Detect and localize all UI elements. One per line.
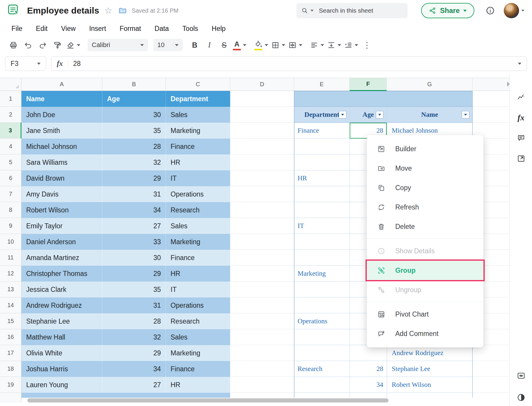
cell-C16[interactable]: Sales (166, 329, 230, 345)
menu-item-delete[interactable]: Delete (367, 217, 483, 236)
menu-item-copy[interactable]: Copy (367, 178, 483, 197)
cell-C8[interactable]: Research (166, 202, 230, 218)
menu-item-group[interactable]: Group (367, 261, 483, 280)
cell-C6[interactable]: IT (166, 170, 230, 186)
menu-help[interactable]: Help (205, 25, 232, 33)
share-button[interactable]: Share (421, 3, 474, 18)
merge-cells-button[interactable] (287, 38, 304, 52)
cell-B3[interactable]: 35 (102, 123, 166, 139)
cell-A6[interactable]: David Brown (21, 170, 102, 186)
column-header-B[interactable]: B (102, 78, 166, 91)
cell-B1[interactable]: Age (102, 91, 166, 107)
info-icon[interactable] (486, 6, 495, 15)
cell-B4[interactable]: 28 (102, 139, 166, 154)
select-all-corner[interactable] (0, 78, 21, 91)
row-header-3[interactable]: 3 (0, 123, 21, 139)
menu-item-move[interactable]: Move (367, 159, 483, 178)
column-header-A[interactable]: A (21, 78, 102, 91)
cell-B6[interactable]: 29 (102, 170, 166, 186)
formula-input-box[interactable]: fx 28 (51, 56, 527, 71)
search-input[interactable]: Search in this sheet (296, 3, 408, 18)
cell-A4[interactable]: Michael Johnson (21, 139, 102, 154)
cell-A5[interactable]: Sara Williams (21, 154, 102, 170)
bold-button[interactable]: B (187, 38, 202, 52)
fill-color-button[interactable] (253, 38, 270, 52)
cell-C3[interactable]: Marketing (166, 123, 230, 139)
cell-C19[interactable]: HR (166, 377, 230, 393)
formula-expand-caret-icon[interactable] (518, 63, 521, 65)
cell-E18[interactable]: Research (294, 361, 350, 377)
merge-cells-button-caret-icon[interactable] (299, 44, 302, 46)
font-size-select[interactable]: 10 (153, 39, 183, 51)
cell-C18[interactable]: Finance (166, 361, 230, 377)
cell-A18[interactable]: Joshua Harris (21, 361, 102, 377)
row-header-8[interactable]: 8 (0, 202, 21, 218)
cell-F19[interactable]: 34 (350, 377, 387, 393)
borders-button-caret-icon[interactable] (282, 44, 285, 46)
cell-A7[interactable]: Amy Davis (21, 186, 102, 202)
cell-E15[interactable]: Operations (294, 313, 350, 329)
cell-C9[interactable]: Sales (166, 218, 230, 234)
cell-E3[interactable]: Finance (294, 123, 350, 139)
open-panel-icon[interactable] (517, 154, 526, 163)
pivot-header-name[interactable]: Name (387, 107, 473, 123)
column-header-E[interactable]: E (294, 78, 350, 91)
vertical-align-button-caret-icon[interactable] (338, 44, 341, 46)
cell-C12[interactable]: HR (166, 266, 230, 282)
column-header-C[interactable]: C (166, 78, 230, 91)
clear-format-button-caret-icon[interactable] (77, 44, 80, 46)
scrollbar-thumb[interactable] (27, 398, 388, 402)
indent-button-caret-icon[interactable] (355, 44, 358, 46)
cell-B2[interactable]: 30 (102, 107, 166, 123)
cell-B12[interactable]: 29 (102, 266, 166, 282)
filter-dropdown-name[interactable] (462, 111, 469, 119)
cell-A8[interactable]: Robert Wilson (21, 202, 102, 218)
document-title[interactable]: Employee details (27, 6, 99, 16)
more-options-button[interactable]: ⋮ (360, 38, 374, 52)
font-color-button[interactable]: A (231, 38, 248, 52)
cell-C11[interactable]: Finance (166, 250, 230, 266)
menu-data[interactable]: Data (148, 25, 176, 33)
cell-A10[interactable]: Daniel Anderson (21, 234, 102, 250)
cell-A3[interactable]: Jane Smith (21, 123, 102, 139)
row-header-18[interactable]: 18 (0, 361, 21, 377)
row-header-16[interactable]: 16 (0, 329, 21, 345)
row-header-10[interactable]: 10 (0, 234, 21, 250)
cell-B9[interactable]: 27 (102, 218, 166, 234)
filter-dropdown-age[interactable] (376, 111, 383, 119)
cell-A19[interactable]: Lauren Young (21, 377, 102, 393)
horizontal-align-button[interactable] (308, 38, 326, 52)
cell-C17[interactable]: Marketing (166, 345, 230, 361)
menu-format[interactable]: Format (113, 25, 148, 33)
comments-icon[interactable] (517, 134, 526, 142)
menu-item-add-comment[interactable]: Add Comment (367, 324, 483, 343)
row-header-11[interactable]: 11 (0, 250, 21, 266)
function-fx-icon[interactable]: fx (518, 114, 524, 122)
cell-reference-box[interactable]: F3 (5, 56, 46, 71)
column-header-G[interactable]: G (387, 78, 473, 91)
row-header-1[interactable]: 1 (0, 91, 21, 107)
zia-insights-icon[interactable] (517, 93, 526, 102)
filter-dropdown-department[interactable] (339, 111, 346, 119)
menu-item-refresh[interactable]: Refresh (367, 197, 483, 217)
cell-C15[interactable]: Research (166, 313, 230, 329)
row-header-7[interactable]: 7 (0, 186, 21, 202)
column-header-F[interactable]: F (350, 78, 387, 91)
account-caret-icon[interactable] (521, 10, 524, 11)
cell-B16[interactable]: 32 (102, 329, 166, 345)
horizontal-scrollbar[interactable] (21, 398, 510, 403)
contrast-icon[interactable] (517, 393, 526, 402)
cell-A11[interactable]: Amanda Martinez (21, 250, 102, 266)
horizontal-align-button-caret-icon[interactable] (321, 44, 324, 46)
row-header-4[interactable]: 4 (0, 139, 21, 154)
column-header-H[interactable]: H (473, 78, 510, 91)
font-color-button-caret-icon[interactable] (243, 44, 246, 46)
vertical-align-button[interactable] (326, 38, 343, 52)
cell-A14[interactable]: Andrew Rodriguez (21, 297, 102, 313)
cell-E12[interactable]: Marketing (294, 266, 350, 282)
cell-A12[interactable]: Christopher Thomas (21, 266, 102, 282)
cell-C13[interactable]: IT (166, 282, 230, 297)
cell-B7[interactable]: 31 (102, 186, 166, 202)
user-avatar[interactable] (504, 3, 519, 18)
redo-button[interactable] (35, 38, 50, 52)
